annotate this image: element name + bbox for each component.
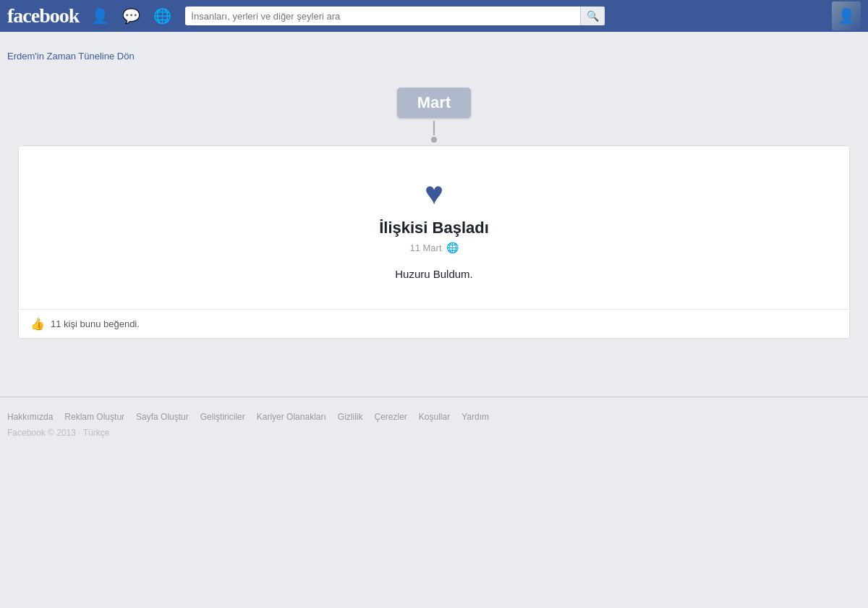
footer-link[interactable]: Hakkımızda <box>7 412 53 422</box>
avatar[interactable]: 👤 <box>832 1 861 30</box>
post-date-row: 11 Mart 🌐 <box>409 242 458 253</box>
footer-link[interactable]: Koşullar <box>419 412 450 422</box>
page-footer: HakkımızdaReklam OluşturSayfa OluşturGel… <box>0 397 868 445</box>
messages-icon[interactable]: 💬 <box>119 6 144 26</box>
heart-icon: ♥ <box>425 175 443 211</box>
timeline-dot <box>431 137 437 143</box>
facebook-logo[interactable]: facebook <box>7 4 79 28</box>
globe-nav-icon[interactable]: 🌐 <box>150 6 175 26</box>
search-input[interactable] <box>185 8 580 25</box>
footer-link[interactable]: Reklam Oluştur <box>64 412 124 422</box>
people-icon[interactable]: 👤 <box>88 6 113 26</box>
footer-link[interactable]: Geliştiriciler <box>200 412 245 422</box>
post-body: ♥ İlişkisi Başladı 11 Mart 🌐 Huzuru Buld… <box>19 146 849 309</box>
month-badge[interactable]: Mart <box>397 88 471 118</box>
footer-link[interactable]: Sayfa Oluştur <box>136 412 189 422</box>
search-button[interactable]: 🔍 <box>580 7 605 25</box>
footer-link[interactable]: Yardım <box>461 412 489 422</box>
header: facebook 👤 💬 🌐 🔍 👤 <box>0 0 868 32</box>
back-to-timeline-link[interactable]: Erdem'in Zaman Tüneline Dön <box>7 46 135 66</box>
like-icon[interactable]: 👍 <box>30 317 45 331</box>
timeline-line <box>433 121 435 135</box>
avatar-image: 👤 <box>832 1 861 30</box>
main-content: Erdem'in Zaman Tüneline Dön Mart ♥ İlişk… <box>0 32 868 353</box>
search-bar: 🔍 <box>185 7 605 25</box>
timeline-connector <box>431 121 437 143</box>
post-footer: 👍 11 kişi bunu beğendi. <box>19 309 849 338</box>
footer-link[interactable]: Çerezler <box>374 412 407 422</box>
post-text: Huzuru Buldum. <box>395 268 473 280</box>
footer-link[interactable]: Gizlilik <box>338 412 363 422</box>
footer-links: HakkımızdaReklam OluşturSayfa OluşturGel… <box>7 412 861 422</box>
post-title: İlişkisi Başladı <box>379 219 489 237</box>
footer-link[interactable]: Kariyer Olanakları <box>257 412 326 422</box>
timeline-section: Mart ♥ İlişkisi Başladı 11 Mart 🌐 Huzuru… <box>7 88 861 339</box>
likes-count: 11 kişi bunu beğendi. <box>51 318 140 329</box>
privacy-globe-icon: 🌐 <box>446 242 459 253</box>
post-date: 11 Mart <box>409 242 441 253</box>
post-card: ♥ İlişkisi Başladı 11 Mart 🌐 Huzuru Buld… <box>18 145 850 339</box>
footer-copyright: Facebook © 2013 · Türkçe <box>7 428 861 438</box>
